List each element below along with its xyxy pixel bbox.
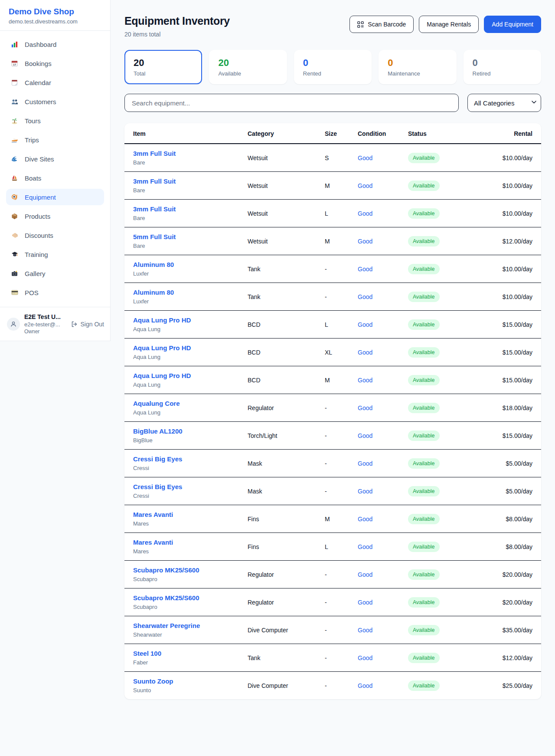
user-email: e2e-tester@...: [24, 321, 66, 328]
condition-link[interactable]: Good: [358, 154, 372, 161]
stat-card-total[interactable]: 20 Total: [124, 50, 202, 84]
condition-link[interactable]: Good: [358, 238, 372, 245]
condition-link[interactable]: Good: [358, 210, 372, 217]
sidebar-item-pos[interactable]: POS: [6, 284, 104, 301]
search-input[interactable]: [124, 94, 459, 112]
item-name-link[interactable]: Aqualung Core: [133, 400, 241, 407]
item-brand: Scubapro: [133, 576, 241, 582]
scan-barcode-button[interactable]: Scan Barcode: [349, 16, 414, 33]
sidebar-item-training[interactable]: Training: [6, 246, 104, 263]
sidebar-item-discounts[interactable]: Discounts: [6, 227, 104, 243]
table-row[interactable]: 3mm Full Suit Bare Wetsuit S Good Availa…: [124, 144, 541, 172]
condition-link[interactable]: Good: [358, 321, 372, 328]
item-name-link[interactable]: Cressi Big Eyes: [133, 483, 241, 490]
table-row[interactable]: Steel 100 Faber Tank - Good Available $1…: [124, 644, 541, 672]
sidebar-item-dashboard[interactable]: Dashboard: [6, 36, 104, 53]
table-row[interactable]: Aqua Lung Pro HD Aqua Lung BCD L Good Av…: [124, 311, 541, 339]
table-row[interactable]: 3mm Full Suit Bare Wetsuit L Good Availa…: [124, 200, 541, 227]
item-brand: Suunto: [133, 687, 241, 694]
item-name-link[interactable]: Mares Avanti: [133, 511, 241, 518]
table-row[interactable]: Mares Avanti Mares Fins M Good Available…: [124, 505, 541, 533]
item-name-link[interactable]: 3mm Full Suit: [133, 177, 241, 185]
table-row[interactable]: Cressi Big Eyes Cressi Mask - Good Avail…: [124, 477, 541, 505]
condition-link[interactable]: Good: [358, 293, 372, 300]
item-name-link[interactable]: 5mm Full Suit: [133, 233, 241, 240]
table-row[interactable]: 5mm Full Suit Bare Wetsuit M Good Availa…: [124, 227, 541, 255]
table-row[interactable]: Aqua Lung Pro HD Aqua Lung BCD M Good Av…: [124, 366, 541, 394]
status-badge: Available: [408, 653, 440, 663]
item-name-link[interactable]: Shearwater Peregrine: [133, 622, 241, 629]
sidebar-item-products[interactable]: Products: [6, 208, 104, 224]
item-category: Regulator: [244, 561, 321, 588]
stat-card-available[interactable]: 20 Available: [209, 50, 287, 84]
table-row[interactable]: 3mm Full Suit Bare Wetsuit M Good Availa…: [124, 172, 541, 200]
item-name-link[interactable]: BigBlue AL1200: [133, 427, 241, 435]
sidebar-item-customers[interactable]: Customers: [6, 93, 104, 110]
item-name-link[interactable]: Steel 100: [133, 650, 241, 657]
condition-link[interactable]: Good: [358, 488, 372, 495]
condition-link[interactable]: Good: [358, 266, 372, 273]
condition-link[interactable]: Good: [358, 516, 372, 523]
category-select[interactable]: All Categories: [467, 94, 541, 112]
condition-link[interactable]: Good: [358, 543, 372, 550]
brand-name[interactable]: Demo Dive Shop: [9, 7, 101, 16]
item-name-link[interactable]: Aluminum 80: [133, 289, 241, 296]
table-row[interactable]: Cressi Big Eyes Cressi Mask - Good Avail…: [124, 450, 541, 477]
item-name-link[interactable]: 3mm Full Suit: [133, 205, 241, 213]
item-name-link[interactable]: Suunto Zoop: [133, 677, 241, 685]
table-row[interactable]: Aluminum 80 Luxfer Tank - Good Available…: [124, 283, 541, 311]
item-size: -: [321, 561, 354, 588]
equipment-icon: [11, 194, 19, 201]
sidebar-item-dive-sites[interactable]: Dive Sites: [6, 151, 104, 167]
item-name-link[interactable]: Scubapro MK25/S600: [133, 594, 241, 602]
item-name-link[interactable]: Aqua Lung Pro HD: [133, 372, 241, 379]
item-name-link[interactable]: Aqua Lung Pro HD: [133, 316, 241, 324]
table-row[interactable]: Scubapro MK25/S600 Scubapro Regulator - …: [124, 588, 541, 616]
sidebar-item-bookings[interactable]: 17 Bookings: [6, 55, 104, 72]
add-equipment-button[interactable]: Add Equipment: [484, 16, 541, 33]
table-row[interactable]: BigBlue AL1200 BigBlue Torch/Light - Goo…: [124, 422, 541, 450]
item-size: -: [321, 422, 354, 450]
sidebar-item-boats[interactable]: Boats: [6, 170, 104, 186]
condition-link[interactable]: Good: [358, 460, 372, 467]
item-name-link[interactable]: Aluminum 80: [133, 261, 241, 268]
sign-out-button[interactable]: Sign Out: [71, 321, 104, 328]
add-equipment-label: Add Equipment: [492, 21, 533, 28]
table-row[interactable]: Mares Avanti Mares Fins L Good Available…: [124, 533, 541, 561]
sidebar-item-tours[interactable]: Tours: [6, 112, 104, 129]
manage-rentals-button[interactable]: Manage Rentals: [419, 16, 479, 33]
condition-link[interactable]: Good: [358, 627, 372, 634]
table-row[interactable]: Suunto Zoop Suunto Dive Computer - Good …: [124, 672, 541, 700]
condition-link[interactable]: Good: [358, 654, 372, 661]
condition-link[interactable]: Good: [358, 182, 372, 189]
condition-link[interactable]: Good: [358, 377, 372, 384]
column-header-rental: Rental: [470, 123, 541, 144]
condition-link[interactable]: Good: [358, 599, 372, 606]
item-name-link[interactable]: 3mm Full Suit: [133, 150, 241, 157]
item-name-link[interactable]: Aqua Lung Pro HD: [133, 344, 241, 352]
status-badge: Available: [408, 680, 440, 691]
item-category: Torch/Light: [244, 422, 321, 450]
table-row[interactable]: Aqua Lung Pro HD Aqua Lung BCD XL Good A…: [124, 339, 541, 366]
table-row[interactable]: Aluminum 80 Luxfer Tank - Good Available…: [124, 255, 541, 283]
bookings-icon: 17: [11, 60, 19, 67]
item-name-link[interactable]: Mares Avanti: [133, 539, 241, 546]
table-row[interactable]: Aqualung Core Aqua Lung Regulator - Good…: [124, 394, 541, 422]
condition-link[interactable]: Good: [358, 432, 372, 439]
stat-card-retired[interactable]: 0 Retired: [464, 50, 541, 84]
table-row[interactable]: Scubapro MK25/S600 Scubapro Regulator - …: [124, 561, 541, 588]
sidebar-item-gallery[interactable]: Gallery: [6, 265, 104, 282]
condition-link[interactable]: Good: [358, 404, 372, 411]
condition-link[interactable]: Good: [358, 349, 372, 356]
item-name-link[interactable]: Cressi Big Eyes: [133, 455, 241, 463]
sidebar-item-trips[interactable]: Trips: [6, 131, 104, 148]
stat-card-rented[interactable]: 0 Rented: [294, 50, 372, 84]
table-row[interactable]: Shearwater Peregrine Shearwater Dive Com…: [124, 616, 541, 644]
stat-value: 0: [473, 57, 532, 69]
condition-link[interactable]: Good: [358, 682, 372, 689]
item-name-link[interactable]: Scubapro MK25/S600: [133, 566, 241, 574]
condition-link[interactable]: Good: [358, 571, 372, 578]
sidebar-item-calendar[interactable]: Calendar: [6, 74, 104, 91]
stat-card-maintenance[interactable]: 0 Maintenance: [379, 50, 456, 84]
sidebar-item-equipment[interactable]: Equipment: [6, 189, 104, 205]
